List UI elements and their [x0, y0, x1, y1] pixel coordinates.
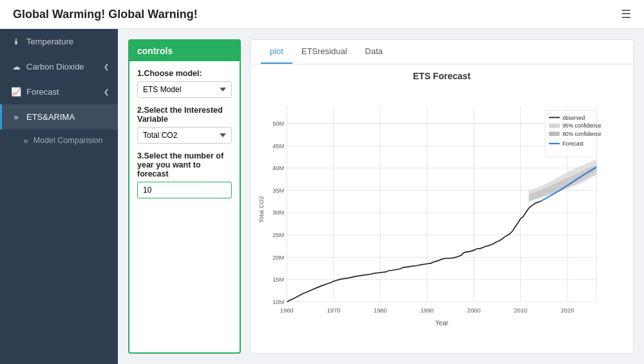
tab-etsresidual[interactable]: ETSresidual	[292, 40, 356, 64]
svg-text:50M: 50M	[272, 120, 284, 127]
chart-svg: 10M 15M 20M 25M 30M 35M 40M 45M 50M 1960…	[257, 85, 627, 345]
controls-panel: controls 1.Choose model: ETS Model ARIMA…	[128, 39, 241, 354]
sidebar-item-temperature[interactable]: 🌡 Temperature	[0, 29, 118, 54]
svg-rect-41	[549, 124, 560, 128]
svg-text:15M: 15M	[272, 276, 284, 283]
svg-text:35M: 35M	[272, 187, 284, 194]
svg-text:observed: observed	[562, 115, 585, 121]
svg-text:1970: 1970	[327, 307, 341, 314]
header-title: Global Warming! Global Warning!	[13, 8, 198, 21]
chevron-icon: ❮	[104, 88, 109, 95]
chart-icon: 📈	[11, 87, 21, 97]
step3-label: 3.Select the number of year you want to …	[137, 151, 232, 178]
svg-text:45M: 45M	[272, 143, 284, 149]
svg-text:Forecast: Forecast	[562, 140, 583, 147]
chevron-icon: ❮	[104, 63, 109, 70]
years-section: 3.Select the number of year you want to …	[137, 151, 232, 198]
step2-label: 2.Select the Interested Variable	[137, 106, 232, 124]
svg-text:40M: 40M	[272, 165, 284, 171]
svg-text:2000: 2000	[467, 307, 480, 314]
chart-panel: plot ETSresidual Data ETS Forecast	[250, 39, 634, 354]
sidebar: 🌡 Temperature ☁ Carbon Dioxide ❮ 📈 Forec…	[0, 29, 118, 364]
sidebar-item-label: Carbon Dioxide	[26, 62, 84, 72]
svg-text:Total CO2: Total CO2	[258, 196, 265, 222]
svg-text:95% confidence: 95% confidence	[562, 122, 601, 129]
svg-text:80% confidence: 80% confidence	[562, 131, 601, 137]
app-header: Global Warming! Global Warning! ☰	[0, 0, 644, 29]
chart-title: ETS Forecast	[257, 71, 627, 81]
controls-body: 1.Choose model: ETS Model ARIMA Model 2.…	[129, 61, 240, 206]
svg-text:1980: 1980	[374, 307, 387, 314]
sidebar-item-carbon-dioxide[interactable]: ☁ Carbon Dioxide ❮	[0, 54, 118, 79]
sidebar-item-label: Temperature	[26, 37, 73, 46]
cloud-icon: ☁	[11, 62, 21, 72]
controls-header: controls	[129, 41, 240, 61]
svg-text:2010: 2010	[514, 307, 527, 314]
svg-rect-43	[549, 131, 560, 136]
svg-text:30M: 30M	[272, 210, 284, 216]
tab-plot[interactable]: plot	[261, 40, 292, 64]
hamburger-icon[interactable]: ☰	[621, 7, 631, 21]
variable-section: 2.Select the Interested Variable Total C…	[137, 106, 232, 144]
svg-text:2020: 2020	[561, 307, 574, 314]
double-arrow-icon: »	[11, 112, 21, 122]
sidebar-item-model-comparision[interactable]: » Model Comparision	[0, 129, 118, 151]
variable-select[interactable]: Total CO2 CO2 per Capita Temperature	[137, 127, 232, 144]
tab-data[interactable]: Data	[356, 40, 392, 64]
svg-text:20M: 20M	[272, 254, 284, 261]
sidebar-item-label: ETS&ARIMA	[26, 112, 75, 122]
chart-tabs: plot ETSresidual Data	[251, 40, 633, 64]
chart-svg-container: 10M 15M 20M 25M 30M 35M 40M 45M 50M 1960…	[257, 85, 627, 345]
svg-text:25M: 25M	[272, 232, 284, 238]
svg-text:1990: 1990	[421, 307, 434, 314]
svg-marker-37	[529, 165, 597, 202]
model-select[interactable]: ETS Model ARIMA Model	[137, 81, 232, 98]
thermometer-icon: 🌡	[11, 37, 21, 46]
svg-text:1960: 1960	[280, 307, 294, 314]
main-layout: 🌡 Temperature ☁ Carbon Dioxide ❮ 📈 Forec…	[0, 29, 644, 364]
sidebar-item-label: Model Comparision	[33, 136, 103, 145]
main-content: controls 1.Choose model: ETS Model ARIMA…	[118, 29, 644, 364]
chart-area: ETS Forecast	[251, 64, 633, 353]
sidebar-item-ets-arima[interactable]: » ETS&ARIMA	[0, 104, 118, 129]
bullet-icon: »	[23, 135, 28, 146]
step1-label: 1.Choose model:	[137, 69, 232, 78]
forecast-years-input[interactable]	[137, 182, 232, 198]
svg-text:Year: Year	[435, 320, 449, 327]
svg-text:10M: 10M	[272, 299, 284, 305]
sidebar-item-forecast[interactable]: 📈 Forecast ❮	[0, 79, 118, 104]
model-section: 1.Choose model: ETS Model ARIMA Model	[137, 69, 232, 98]
sidebar-item-label: Forecast	[26, 87, 59, 97]
